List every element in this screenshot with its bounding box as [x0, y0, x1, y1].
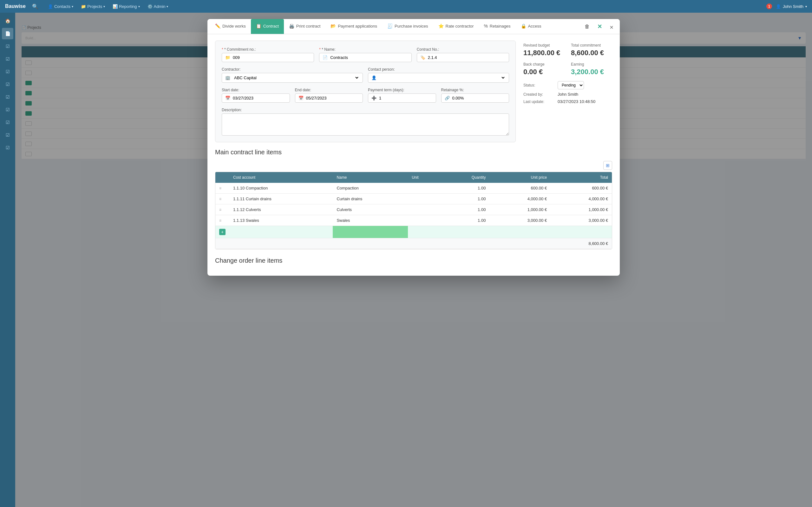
- revised-budget-label: Revised budget: [523, 43, 565, 48]
- sidebar-item-check5[interactable]: ☑: [2, 104, 13, 115]
- sidebar: 🏠 📄 ☑ ☑ ☑ ☑ ☑ ☑ ☑ ☑ ☑: [0, 13, 15, 507]
- contract-form: * * Commitment no.: 📁 * * Name:: [215, 41, 516, 142]
- new-unit-cell[interactable]: [408, 226, 440, 238]
- person-icon: 👤: [371, 75, 376, 80]
- payment-icon: 📂: [331, 23, 336, 29]
- tab-divide-works[interactable]: ✏️ Divide works: [210, 19, 251, 34]
- cell-cost-account-4: 1.1.13 Swales: [229, 215, 333, 226]
- drag-handle-1[interactable]: ≡: [219, 186, 223, 190]
- drag-handle-2[interactable]: ≡: [219, 197, 223, 201]
- contract-no-input[interactable]: [428, 55, 506, 60]
- commitment-input-wrap: 📁: [222, 53, 314, 62]
- sidebar-item-check6[interactable]: ☑: [2, 117, 13, 128]
- nav-admin[interactable]: ⚙️ Admin ▾: [144, 3, 171, 10]
- cell-unit-price-2: 4,000.00 €: [490, 193, 551, 205]
- back-charge-stat: Back charge 0.00 €: [523, 62, 565, 76]
- tab-access[interactable]: 🔒 Access: [516, 19, 547, 34]
- new-name-cell[interactable]: [333, 226, 408, 238]
- cell-cost-account-2: 1.1.11 Curtain drains: [229, 193, 333, 205]
- cell-cost-account-1: 1.1.10 Compaction: [229, 183, 333, 193]
- tab-print-contract[interactable]: 🖨️ Print contract: [284, 19, 326, 34]
- start-date-group: Start date: 📅: [222, 88, 290, 103]
- contractor-group: Contractor: 🏢 ABC Capital: [222, 67, 363, 83]
- sidebar-item-contracts[interactable]: 📄: [2, 28, 13, 39]
- delete-button[interactable]: 🗑: [582, 21, 592, 32]
- modal-close-button[interactable]: ×: [607, 23, 616, 32]
- description-textarea[interactable]: [222, 113, 509, 135]
- nav-projects[interactable]: 📁 Projects ▾: [78, 3, 108, 10]
- last-update-row: Last update: 03/27/2023 10:48:50: [523, 99, 612, 104]
- search-icon[interactable]: 🔍: [32, 3, 38, 9]
- star-icon: ⭐: [438, 23, 444, 29]
- projects-icon: 📁: [81, 4, 86, 9]
- table-row: ≡ 1.1.10 Compaction Compaction 1.00 600.…: [215, 183, 612, 193]
- sidebar-item-check7[interactable]: ☑: [2, 129, 13, 141]
- cell-unit-1: [408, 183, 440, 193]
- end-date-group: End date: 📅: [295, 88, 363, 103]
- tab-purchase-invoices[interactable]: 🧾 Purchase invoices: [382, 19, 433, 34]
- sidebar-item-home[interactable]: 🏠: [2, 15, 13, 26]
- total-commitment-value: 8,600.00 €: [571, 49, 612, 57]
- nav-items: 👤 Contacts ▾ 📁 Projects ▾ 📊 Reporting ▾ …: [45, 3, 760, 10]
- add-row-button[interactable]: +: [219, 229, 225, 235]
- new-cost-account-cell[interactable]: [229, 226, 333, 238]
- contractor-select[interactable]: ABC Capital: [233, 75, 359, 80]
- main-table: Cost account Name Unit Quantity Unit pri…: [215, 172, 612, 249]
- nav-reporting[interactable]: 📊 Reporting ▾: [109, 3, 143, 10]
- commitment-group: * * Commitment no.: 📁: [222, 47, 314, 62]
- plus-icon: ➕: [371, 96, 376, 101]
- sidebar-item-list[interactable]: ☑: [2, 41, 13, 52]
- modal-overlay[interactable]: × ✏️ Divide works 📋 Contract 🖨️ Print co…: [15, 13, 812, 507]
- form-section: * * Commitment no.: 📁 * * Name:: [215, 41, 612, 142]
- sidebar-item-check8[interactable]: ☑: [2, 142, 13, 153]
- contact-person-select[interactable]: [379, 75, 506, 80]
- last-update-value: 03/27/2023 10:48:50: [558, 99, 595, 104]
- earning-value: 3,200.00 €: [571, 68, 612, 76]
- commitment-no-input[interactable]: [233, 55, 310, 60]
- new-quantity-cell[interactable]: [440, 226, 490, 238]
- notification-badge[interactable]: 1: [766, 3, 772, 9]
- contract-no-label: Contract No.:: [417, 47, 509, 52]
- cell-unit-4: [408, 215, 440, 226]
- new-unit-price-cell[interactable]: [490, 226, 551, 238]
- user-avatar-icon: 👤: [776, 4, 781, 9]
- sidebar-item-check2[interactable]: ☑: [2, 66, 13, 77]
- retainage-label: Retainage %:: [441, 88, 509, 92]
- name-input-wrap: 📄: [319, 53, 411, 62]
- status-select[interactable]: Pending: [558, 81, 584, 89]
- tab-contract[interactable]: 📋 Contract: [251, 19, 284, 34]
- tab-payment-applications[interactable]: 📂 Payment applications: [325, 19, 382, 34]
- name-input[interactable]: [330, 55, 408, 60]
- commitment-label: * * Commitment no.:: [222, 47, 314, 52]
- header-unit: Unit: [408, 172, 440, 183]
- tab-rate-contractor[interactable]: ⭐ Rate contractor: [433, 19, 479, 34]
- header-cost-account: Cost account: [229, 172, 333, 183]
- new-total-cell[interactable]: [551, 226, 612, 238]
- nav-contacts[interactable]: 👤 Contacts ▾: [45, 3, 77, 10]
- contact-person-select-wrap: 👤: [368, 73, 509, 83]
- sidebar-item-check4[interactable]: ☑: [2, 91, 13, 103]
- retainage-input[interactable]: [452, 96, 506, 101]
- retainage-input-wrap: 🔗: [441, 94, 509, 103]
- payment-term-input[interactable]: [379, 96, 433, 101]
- tab-close-button[interactable]: ✕: [595, 20, 605, 33]
- start-date-input[interactable]: [233, 96, 287, 101]
- last-update-label: Last update:: [523, 100, 555, 104]
- drag-handle-4[interactable]: ≡: [219, 218, 223, 223]
- header-name: Name: [333, 172, 408, 183]
- end-date-input[interactable]: [306, 96, 360, 101]
- tab-retainages[interactable]: % Retainages: [478, 19, 515, 34]
- calendar-end-icon: 📅: [299, 96, 304, 101]
- sidebar-item-check1[interactable]: ☑: [2, 53, 13, 65]
- percent-icon: %: [484, 23, 488, 29]
- user-menu[interactable]: 👤 John Smith ▾: [776, 4, 807, 9]
- nav-right: 1 👤 John Smith ▾: [766, 3, 807, 9]
- revised-budget-value: 11,800.00 €: [523, 49, 565, 57]
- building-icon: 🏢: [225, 75, 230, 80]
- cell-unit-price-3: 1,000.00 €: [490, 205, 551, 215]
- description-label: Description:: [222, 108, 509, 112]
- retainage-group: Retainage %: 🔗: [441, 88, 509, 103]
- columns-toggle-button[interactable]: ⊞: [603, 161, 612, 170]
- drag-handle-3[interactable]: ≡: [219, 208, 223, 212]
- sidebar-item-check3[interactable]: ☑: [2, 78, 13, 90]
